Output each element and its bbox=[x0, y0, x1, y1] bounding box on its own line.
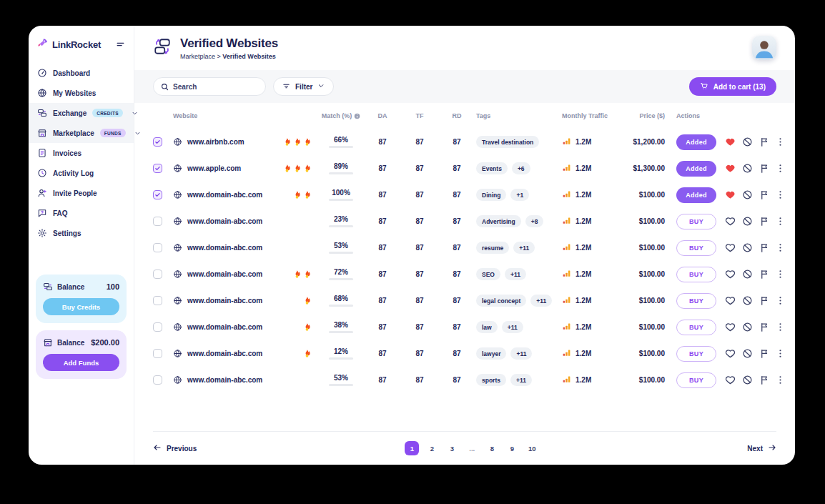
row-checkbox[interactable] bbox=[153, 190, 162, 199]
hide-ban-icon[interactable] bbox=[742, 242, 753, 253]
website-url[interactable]: www.domain-abc.com bbox=[187, 270, 262, 278]
report-flag-icon[interactable] bbox=[759, 295, 770, 306]
row-menu-kebab-icon[interactable] bbox=[775, 375, 786, 385]
row-checkbox[interactable] bbox=[153, 217, 162, 226]
match-percent[interactable]: 53% bbox=[334, 242, 348, 249]
hide-ban-icon[interactable] bbox=[742, 189, 753, 200]
filter-button[interactable]: Filter bbox=[273, 77, 334, 96]
report-flag-icon[interactable] bbox=[759, 348, 770, 359]
tag-more-chip[interactable]: +6 bbox=[512, 162, 530, 174]
match-percent[interactable]: 68% bbox=[334, 295, 348, 302]
sidebar-item-settings[interactable]: Settings bbox=[29, 223, 134, 243]
buy-added-button[interactable]: Added bbox=[676, 187, 716, 203]
favorite-heart-icon[interactable] bbox=[725, 163, 736, 174]
tag-chip[interactable]: SEO bbox=[476, 268, 500, 280]
website-url[interactable]: www.airbnb.com bbox=[187, 138, 244, 146]
match-percent[interactable]: 100% bbox=[332, 189, 350, 197]
sidebar-item-invite-people[interactable]: Invite People bbox=[29, 183, 134, 203]
report-flag-icon[interactable] bbox=[759, 163, 770, 174]
page-button-9[interactable]: 9 bbox=[505, 441, 519, 455]
report-flag-icon[interactable] bbox=[759, 137, 770, 147]
favorite-heart-icon[interactable] bbox=[725, 322, 736, 332]
buy-added-button[interactable]: BUY bbox=[676, 214, 716, 229]
tag-more-chip[interactable]: +11 bbox=[510, 374, 532, 386]
favorite-heart-icon[interactable] bbox=[725, 269, 736, 280]
buy-added-button[interactable]: BUY bbox=[676, 267, 716, 282]
tag-chip[interactable]: Advertising bbox=[476, 215, 521, 227]
sidebar-item-activity-log[interactable]: Activity Log bbox=[29, 163, 134, 183]
hide-ban-icon[interactable] bbox=[742, 322, 753, 332]
tag-more-chip[interactable]: +11 bbox=[510, 347, 532, 360]
favorite-heart-icon[interactable] bbox=[725, 242, 736, 253]
info-icon[interactable] bbox=[354, 113, 360, 119]
hide-ban-icon[interactable] bbox=[742, 269, 753, 280]
tag-chip[interactable]: Dining bbox=[476, 189, 506, 201]
buy-added-button[interactable]: BUY bbox=[676, 372, 716, 388]
row-checkbox[interactable] bbox=[153, 322, 162, 332]
buy-added-button[interactable]: Added bbox=[676, 161, 716, 177]
favorite-heart-icon[interactable] bbox=[725, 348, 736, 359]
favorite-heart-icon[interactable] bbox=[725, 189, 736, 200]
report-flag-icon[interactable] bbox=[759, 269, 770, 280]
report-flag-icon[interactable] bbox=[759, 322, 770, 332]
add-to-cart-button[interactable]: Add to cart (13) bbox=[689, 77, 776, 96]
tag-more-chip[interactable]: +11 bbox=[505, 268, 526, 280]
buy-added-button[interactable]: BUY bbox=[676, 293, 716, 309]
page-button-8[interactable]: 8 bbox=[485, 441, 499, 455]
add-funds-button[interactable]: Add Funds bbox=[43, 354, 119, 371]
tag-chip[interactable]: Events bbox=[476, 162, 508, 174]
search-input[interactable] bbox=[173, 83, 258, 91]
tag-chip[interactable]: legal concept bbox=[476, 295, 526, 307]
breadcrumb-parent[interactable]: Marketplace bbox=[180, 53, 215, 60]
next-page-button[interactable]: Next bbox=[747, 443, 776, 453]
row-checkbox[interactable] bbox=[153, 164, 162, 173]
row-menu-kebab-icon[interactable] bbox=[775, 242, 786, 253]
tag-more-chip[interactable]: +8 bbox=[525, 215, 544, 227]
match-percent[interactable]: 66% bbox=[334, 136, 348, 144]
hide-ban-icon[interactable] bbox=[742, 137, 753, 147]
tag-chip[interactable]: Travel destination bbox=[476, 136, 539, 148]
row-checkbox[interactable] bbox=[153, 137, 162, 147]
previous-page-button[interactable]: Previous bbox=[153, 443, 197, 453]
hide-ban-icon[interactable] bbox=[742, 216, 753, 227]
favorite-heart-icon[interactable] bbox=[725, 295, 736, 306]
favorite-heart-icon[interactable] bbox=[725, 137, 736, 147]
buy-credits-button[interactable]: Buy Credits bbox=[43, 298, 119, 315]
match-percent[interactable]: 53% bbox=[334, 374, 348, 382]
match-percent[interactable]: 72% bbox=[334, 268, 348, 276]
row-menu-kebab-icon[interactable] bbox=[775, 348, 786, 359]
row-menu-kebab-icon[interactable] bbox=[775, 295, 786, 306]
hide-ban-icon[interactable] bbox=[742, 348, 753, 359]
hide-ban-icon[interactable] bbox=[742, 375, 753, 385]
buy-added-button[interactable]: Added bbox=[676, 134, 716, 150]
row-checkbox[interactable] bbox=[153, 270, 162, 279]
sidebar-item-exchange[interactable]: Exchange CREDITS bbox=[29, 103, 134, 123]
row-checkbox[interactable] bbox=[153, 296, 162, 305]
sidebar-item-my-websites[interactable]: My Websites bbox=[29, 83, 134, 103]
hide-ban-icon[interactable] bbox=[742, 163, 753, 174]
page-button-3[interactable]: 3 bbox=[445, 441, 459, 455]
row-checkbox[interactable] bbox=[153, 243, 162, 252]
website-url[interactable]: www.domain-abc.com bbox=[187, 244, 262, 252]
hamburger-menu-icon[interactable] bbox=[116, 40, 125, 49]
page-button-2[interactable]: 2 bbox=[425, 441, 439, 455]
website-url[interactable]: www.domain-abc.com bbox=[187, 297, 262, 305]
match-percent[interactable]: 23% bbox=[334, 215, 348, 223]
buy-added-button[interactable]: BUY bbox=[676, 346, 716, 362]
sidebar-item-invoices[interactable]: Invoices bbox=[29, 143, 134, 163]
page-button-1[interactable]: 1 bbox=[405, 441, 419, 455]
page-button-10[interactable]: 10 bbox=[525, 441, 539, 455]
match-percent[interactable]: 89% bbox=[334, 162, 348, 170]
website-url[interactable]: www.apple.com bbox=[187, 164, 241, 172]
sidebar-item-marketplace[interactable]: Marketplace FUNDS bbox=[29, 123, 134, 143]
website-url[interactable]: www.domain-abc.com bbox=[187, 323, 262, 331]
row-menu-kebab-icon[interactable] bbox=[775, 137, 786, 147]
tag-more-chip[interactable]: +11 bbox=[530, 295, 552, 307]
sidebar-item-faq[interactable]: FAQ bbox=[29, 203, 134, 223]
favorite-heart-icon[interactable] bbox=[725, 216, 736, 227]
report-flag-icon[interactable] bbox=[759, 242, 770, 253]
tag-more-chip[interactable]: +11 bbox=[513, 242, 535, 254]
row-checkbox[interactable] bbox=[153, 349, 162, 358]
user-avatar[interactable] bbox=[752, 36, 776, 60]
tag-chip[interactable]: law bbox=[476, 321, 498, 333]
